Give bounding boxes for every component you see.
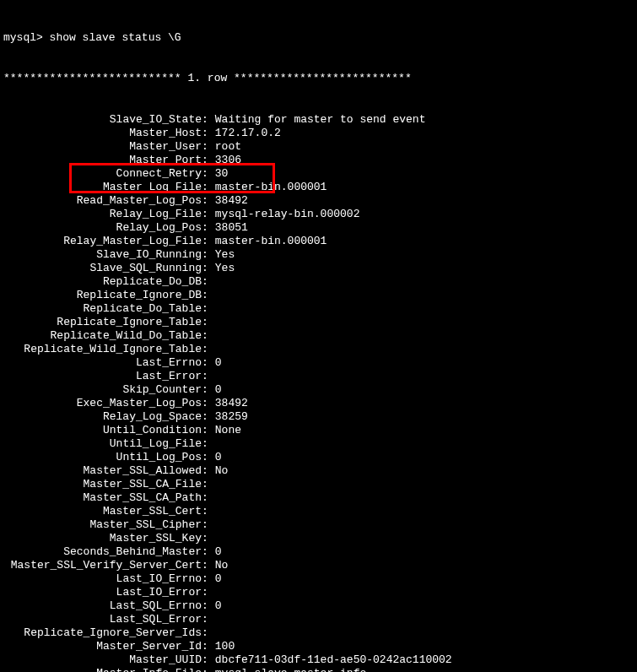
status-row: Replicate_Wild_Do_Table:	[3, 329, 634, 343]
row-separator: :	[202, 626, 208, 640]
row-label: Until_Log_Pos	[3, 451, 202, 464]
row-label: Until_Log_File	[3, 437, 202, 451]
row-label: Read_Master_Log_Pos	[3, 194, 202, 208]
row-label: Last_Errno	[3, 356, 202, 370]
status-row: Master_SSL_Cert:	[3, 505, 634, 518]
status-row: Last_IO_Error:	[3, 586, 634, 599]
row-value: mysql.slave_master_info	[208, 667, 634, 673]
row-label: Master_SSL_CA_File	[3, 478, 202, 491]
row-separator: :	[202, 167, 208, 181]
row-separator: :	[202, 140, 208, 154]
row-separator: :	[202, 613, 208, 626]
row-label: Replicate_Do_DB	[3, 275, 202, 289]
row-value	[208, 289, 634, 302]
result-header: *************************** 1. row *****…	[3, 72, 634, 85]
row-value: mysql-relay-bin.000002	[208, 208, 634, 221]
status-row: Exec_Master_Log_Pos: 38492	[3, 397, 634, 410]
status-row: Connect_Retry: 30	[3, 167, 634, 181]
row-separator: :	[202, 383, 208, 397]
row-separator: :	[202, 478, 208, 491]
status-row: Relay_Log_File: mysql-relay-bin.000002	[3, 208, 634, 221]
row-separator: :	[202, 289, 208, 302]
row-separator: :	[202, 194, 208, 208]
row-separator: :	[202, 545, 208, 559]
row-separator: :	[202, 397, 208, 410]
row-label: Replicate_Ignore_Server_Ids	[3, 626, 202, 640]
row-separator: :	[202, 491, 208, 505]
row-separator: :	[202, 181, 208, 194]
row-value: 0	[208, 572, 634, 586]
status-rows: Slave_IO_State: Waiting for master to se…	[3, 113, 634, 673]
status-row: Master_SSL_Cipher:	[3, 518, 634, 532]
row-value: master-bin.000001	[208, 181, 634, 194]
status-row: Replicate_Ignore_Table:	[3, 316, 634, 329]
row-value: 38051	[208, 221, 634, 235]
row-label: Replicate_Wild_Ignore_Table	[3, 343, 202, 356]
row-label: Master_SSL_Verify_Server_Cert	[3, 559, 202, 572]
row-separator: :	[202, 653, 208, 667]
status-row: Replicate_Do_Table:	[3, 302, 634, 316]
row-value: master-bin.000001	[208, 235, 634, 248]
row-label: Master_SSL_CA_Path	[3, 491, 202, 505]
row-separator: :	[202, 356, 208, 370]
row-value: Yes	[208, 262, 634, 275]
status-row: Replicate_Ignore_DB:	[3, 289, 634, 302]
row-separator: :	[202, 235, 208, 248]
row-label: Master_UUID	[3, 653, 202, 667]
row-label: Relay_Master_Log_File	[3, 235, 202, 248]
row-label: Exec_Master_Log_Pos	[3, 397, 202, 410]
status-row: Master_User: root	[3, 140, 634, 154]
row-label: Relay_Log_Space	[3, 410, 202, 424]
row-value: 0	[208, 451, 634, 464]
row-value: None	[208, 424, 634, 437]
row-separator: :	[202, 127, 208, 140]
row-value	[208, 316, 634, 329]
row-separator: :	[202, 505, 208, 518]
status-row: Skip_Counter: 0	[3, 383, 634, 397]
row-label: Master_User	[3, 140, 202, 154]
row-separator: :	[202, 275, 208, 289]
status-row: Read_Master_Log_Pos: 38492	[3, 194, 634, 208]
row-value: root	[208, 140, 634, 154]
row-value: 100	[208, 640, 634, 653]
row-separator: :	[202, 451, 208, 464]
row-value: 38492	[208, 397, 634, 410]
terminal-output: mysql> show slave status \G ************…	[3, 3, 634, 672]
row-label: Master_Server_Id	[3, 640, 202, 653]
status-row: Last_Errno: 0	[3, 356, 634, 370]
row-separator: :	[202, 532, 208, 545]
row-label: Replicate_Do_Table	[3, 302, 202, 316]
status-row: Slave_SQL_Running: Yes	[3, 262, 634, 275]
status-row: Master_Info_File: mysql.slave_master_inf…	[3, 667, 634, 673]
row-value: 3306	[208, 154, 634, 167]
status-row: Last_SQL_Error:	[3, 613, 634, 626]
row-value: 38492	[208, 194, 634, 208]
status-row: Replicate_Ignore_Server_Ids:	[3, 626, 634, 640]
status-row: Last_SQL_Errno: 0	[3, 599, 634, 613]
row-label: Master_Host	[3, 127, 202, 140]
row-value: Waiting for master to send event	[208, 113, 634, 127]
row-separator: :	[202, 343, 208, 356]
row-value: No	[208, 559, 634, 572]
row-label: Master_Info_File	[3, 667, 202, 673]
row-label: Master_Port	[3, 154, 202, 167]
status-row: Master_SSL_Key:	[3, 532, 634, 545]
status-row: Until_Log_File:	[3, 437, 634, 451]
status-row: Replicate_Do_DB:	[3, 275, 634, 289]
status-row: Seconds_Behind_Master: 0	[3, 545, 634, 559]
row-label: Master_SSL_Allowed	[3, 464, 202, 478]
row-value	[208, 626, 634, 640]
row-separator: :	[202, 424, 208, 437]
status-row: Master_Server_Id: 100	[3, 640, 634, 653]
status-row: Replicate_Wild_Ignore_Table:	[3, 343, 634, 356]
row-separator: :	[202, 370, 208, 383]
row-label: Last_SQL_Errno	[3, 599, 202, 613]
row-label: Replicate_Wild_Do_Table	[3, 329, 202, 343]
row-label: Replicate_Ignore_DB	[3, 289, 202, 302]
row-value	[208, 275, 634, 289]
row-value: 172.17.0.2	[208, 127, 634, 140]
row-value: 38259	[208, 410, 634, 424]
row-label: Master_SSL_Cert	[3, 505, 202, 518]
row-separator: :	[202, 262, 208, 275]
row-separator: :	[202, 518, 208, 532]
